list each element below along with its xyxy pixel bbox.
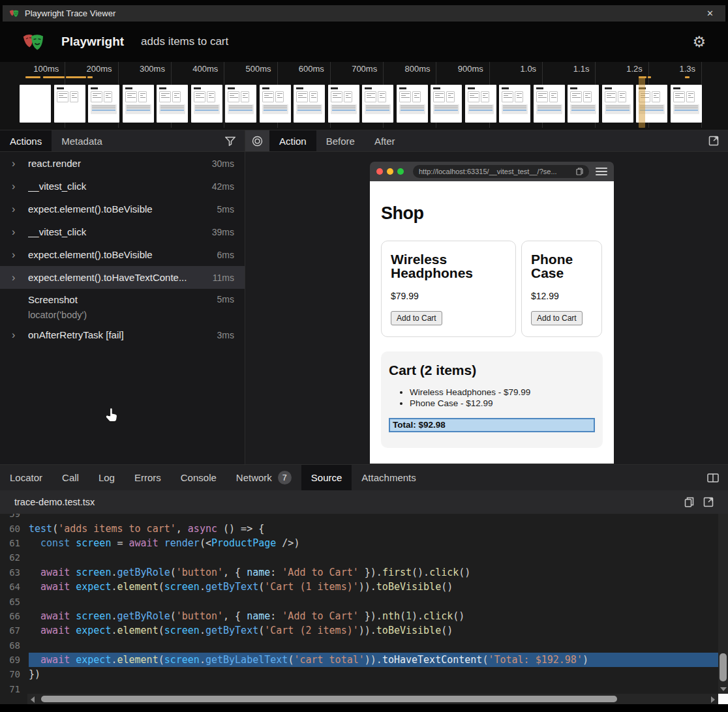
tab-after[interactable]: After bbox=[365, 130, 405, 151]
code-token: element bbox=[117, 625, 158, 636]
filmstrip-thumbnail[interactable] bbox=[602, 85, 633, 123]
code-token: getByRole bbox=[117, 610, 170, 622]
code-line[interactable]: 69 await expect.element(screen.getByLabe… bbox=[0, 653, 718, 667]
action-list-item[interactable]: ›onAfterRetryTask [fail]3ms bbox=[0, 323, 245, 346]
horizontal-scrollbar-thumb[interactable] bbox=[41, 696, 617, 702]
filmstrip-thumbnail[interactable] bbox=[225, 85, 256, 123]
code-line[interactable]: 65 bbox=[0, 594, 718, 608]
code-line[interactable]: 66 await screen.getByRole('button', { na… bbox=[0, 609, 718, 623]
tab-call[interactable]: Call bbox=[52, 465, 89, 490]
tab-source[interactable]: Source bbox=[301, 465, 352, 490]
chevron-right-icon[interactable]: › bbox=[12, 158, 28, 170]
code-line[interactable]: 63 await screen.getByRole('button', { na… bbox=[0, 565, 718, 580]
timeline-action-marker bbox=[648, 76, 651, 78]
chevron-right-icon[interactable]: › bbox=[12, 203, 28, 215]
action-list-item[interactable]: ›__vitest_click39ms bbox=[0, 220, 245, 243]
tab-action[interactable]: Action bbox=[269, 130, 316, 151]
timeline[interactable]: 100ms200ms300ms400ms500ms600ms700ms800ms… bbox=[0, 62, 728, 130]
filmstrip-thumbnail[interactable] bbox=[54, 85, 85, 123]
scroll-left-arrow-icon[interactable] bbox=[31, 696, 35, 703]
line-number: 63 bbox=[0, 567, 29, 578]
filmstrip-thumbnail[interactable] bbox=[20, 85, 51, 123]
filmstrip-thumbnail[interactable] bbox=[534, 85, 565, 123]
add-to-cart-button[interactable]: Add to Cart bbox=[531, 311, 583, 325]
action-list-item[interactable]: ›react.render30ms bbox=[0, 152, 245, 175]
action-list-item[interactable]: ›expect.element().toBeVisible5ms bbox=[0, 198, 245, 220]
code-line[interactable]: 67 await expect.element(screen.getByText… bbox=[0, 623, 718, 638]
vertical-scrollbar[interactable] bbox=[718, 514, 728, 694]
filmstrip-thumbnail[interactable] bbox=[191, 85, 222, 123]
scroll-right-arrow-icon[interactable] bbox=[711, 696, 715, 703]
code-line[interactable]: 62 bbox=[0, 550, 718, 565]
filmstrip-thumbnail[interactable] bbox=[362, 85, 393, 123]
code-token: (). bbox=[412, 567, 429, 578]
filmstrip-thumbnail[interactable] bbox=[328, 85, 359, 123]
code-line[interactable]: 61 const screen = await render(<ProductP… bbox=[0, 536, 718, 550]
code-line[interactable]: 64 await expect.element(screen.getByText… bbox=[0, 580, 718, 594]
code-token: . bbox=[200, 581, 205, 593]
filmstrip-thumbnail[interactable] bbox=[671, 85, 702, 123]
tab-log[interactable]: Log bbox=[89, 465, 125, 490]
chevron-right-icon[interactable]: › bbox=[12, 249, 28, 261]
filmstrip-thumbnail[interactable] bbox=[465, 85, 496, 123]
open-snapshot-button[interactable] bbox=[708, 130, 728, 151]
filter-button[interactable] bbox=[225, 130, 245, 151]
shop-page: Shop Wireless Headphones$79.99Add to Car… bbox=[370, 181, 614, 464]
filmstrip-thumbnail[interactable] bbox=[568, 85, 599, 123]
tab-attachments[interactable]: Attachments bbox=[352, 465, 425, 490]
code-text: const screen = await render(<ProductPage… bbox=[29, 536, 718, 550]
code-line[interactable]: 68 bbox=[0, 638, 718, 653]
code-token: 'button' bbox=[176, 567, 223, 578]
filmstrip-thumbnail[interactable] bbox=[260, 85, 291, 123]
code-line[interactable]: 59 bbox=[0, 514, 718, 521]
copy-url-icon[interactable] bbox=[576, 168, 583, 175]
tab-before[interactable]: Before bbox=[316, 130, 365, 151]
action-list-item[interactable]: ›expect.element().toBeVisible6ms bbox=[0, 243, 245, 266]
tab-actions[interactable]: Actions bbox=[0, 130, 52, 151]
timeline-tick-label: 300ms bbox=[118, 64, 171, 74]
code-line[interactable]: 60test('adds items to cart', async () =>… bbox=[0, 521, 718, 535]
chevron-right-icon[interactable]: › bbox=[12, 226, 28, 238]
open-source-external-icon[interactable] bbox=[703, 497, 714, 507]
pick-locator-button[interactable] bbox=[245, 130, 269, 151]
filmstrip-thumbnail[interactable] bbox=[123, 85, 154, 123]
layout-toggle-button[interactable] bbox=[707, 465, 728, 490]
tab-console[interactable]: Console bbox=[171, 465, 226, 490]
filmstrip-thumbnail[interactable] bbox=[294, 85, 325, 123]
chevron-right-icon[interactable]: › bbox=[12, 181, 28, 192]
filmstrip-thumbnail[interactable] bbox=[157, 85, 188, 123]
timeline-filmstrip[interactable] bbox=[20, 85, 702, 123]
filmstrip-thumbnail[interactable] bbox=[397, 85, 428, 123]
thumb-card bbox=[125, 91, 137, 102]
code-token bbox=[70, 567, 76, 578]
window-close-button[interactable]: ✕ bbox=[701, 8, 719, 18]
tab-locator[interactable]: Locator bbox=[0, 465, 52, 490]
code-token: await bbox=[40, 567, 70, 578]
action-list-item[interactable]: ›expect.element().toHaveTextConte...11ms bbox=[0, 266, 245, 289]
address-bar[interactable]: http://localhost:63315/__vitest_test__/?… bbox=[413, 165, 589, 178]
chevron-right-icon[interactable]: › bbox=[12, 272, 28, 284]
copy-icon[interactable] bbox=[684, 497, 694, 507]
scroll-down-arrow-icon[interactable] bbox=[720, 687, 727, 691]
source-code-view[interactable]: 5960test('adds items to cart', async () … bbox=[0, 514, 728, 704]
thumb-card bbox=[138, 91, 147, 102]
tab-errors[interactable]: Errors bbox=[125, 465, 171, 490]
action-list-item[interactable]: ›__vitest_click42ms bbox=[0, 175, 245, 198]
tab-metadata[interactable]: Metadata bbox=[52, 130, 112, 151]
horizontal-scrollbar[interactable] bbox=[27, 694, 718, 704]
add-to-cart-button[interactable]: Add to Cart bbox=[391, 311, 442, 325]
thumb-card bbox=[686, 91, 695, 102]
code-line[interactable]: 70}) bbox=[0, 667, 718, 681]
filmstrip-thumbnail[interactable] bbox=[431, 85, 462, 123]
code-token: ( bbox=[482, 654, 488, 666]
code-token: ProductPage bbox=[211, 537, 276, 549]
filmstrip-thumbnail[interactable] bbox=[88, 85, 119, 123]
chevron-right-icon[interactable]: › bbox=[12, 329, 28, 341]
timeline-tick-label: 600ms bbox=[277, 64, 330, 74]
filmstrip-thumbnail[interactable] bbox=[499, 85, 530, 123]
timeline-action-marker bbox=[43, 76, 65, 78]
vertical-scrollbar-thumb[interactable] bbox=[720, 653, 727, 681]
settings-gear-icon[interactable]: ⚙ bbox=[692, 35, 706, 50]
browser-menu-icon[interactable] bbox=[596, 166, 607, 177]
tab-network[interactable]: Network7 bbox=[226, 465, 301, 490]
